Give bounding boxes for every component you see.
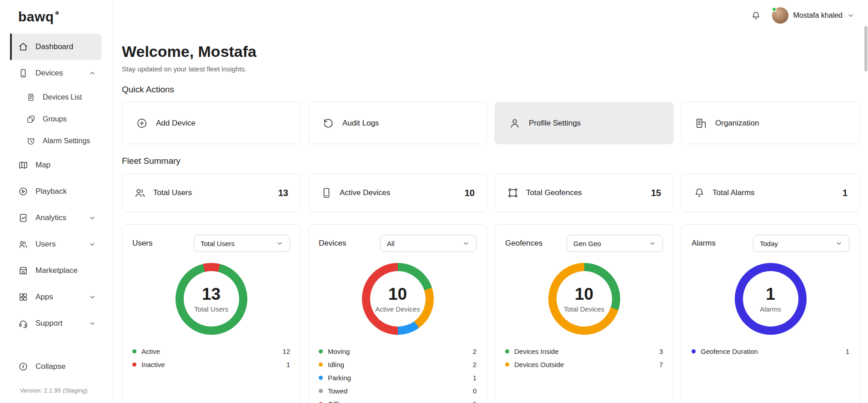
legend-item: Moving2 <box>319 345 477 358</box>
sidebar-item-label: Map <box>35 161 50 170</box>
stat-value: 10 <box>465 188 475 198</box>
geofence-icon <box>507 187 519 199</box>
chevron-down-icon <box>89 293 96 301</box>
sidebar-item-label: Analytics <box>35 213 66 222</box>
chart-title: Devices <box>319 239 346 248</box>
bell-icon <box>693 187 705 199</box>
stat-label: Active Devices <box>340 188 390 197</box>
notifications-bell-icon[interactable] <box>751 10 761 21</box>
users-icon <box>18 239 28 249</box>
legend-label: Devices Inside <box>514 348 559 355</box>
legend-dot <box>505 363 509 367</box>
avatar <box>772 7 788 24</box>
main-area: Mostafa khaled Welcome, Mostafa Stay upd… <box>114 0 868 403</box>
users-filter-dropdown[interactable]: Total Users <box>194 235 290 252</box>
donut-value: 1 <box>766 285 775 304</box>
geofences-chart-card: Geofences Gen Geo 10 Total Devices <box>495 224 673 403</box>
charts-grid: Users Total Users 13 Total Users <box>122 224 860 403</box>
legend-dot <box>319 349 323 353</box>
total-alarms-stat-card: Total Alarms 1 <box>681 173 860 212</box>
sidebar-item-label: Groups <box>43 115 66 123</box>
legend-label: Parking <box>328 374 351 382</box>
selected-option: Today <box>760 240 778 247</box>
legend-value: 7 <box>659 361 663 368</box>
sidebar-item-support[interactable]: Support <box>10 310 101 337</box>
legend-value: 2 <box>473 361 477 368</box>
selected-option: All <box>387 240 395 247</box>
sidebar: bawq Dashboard Devices <box>0 0 114 403</box>
sidebar-item-apps[interactable]: Apps <box>10 284 101 310</box>
legend-label: Moving <box>328 348 350 355</box>
alarm-clock-icon <box>26 136 35 146</box>
sidebar-item-label: Alarm Settings <box>43 137 90 145</box>
sidebar-item-playback[interactable]: Playback <box>10 178 101 205</box>
donut-label: Total Devices <box>564 305 604 313</box>
chevron-down-icon <box>835 240 843 247</box>
sidebar-item-marketplace[interactable]: Marketplace <box>10 257 101 284</box>
brand-logo[interactable]: bawq <box>0 0 113 32</box>
sidebar-item-devices[interactable]: Devices <box>10 60 101 86</box>
analytics-icon <box>18 213 28 223</box>
devices-filter-dropdown[interactable]: All <box>380 235 477 252</box>
legend-item: Offline5 <box>319 398 477 403</box>
topbar: Mostafa khaled <box>114 0 868 31</box>
sidebar-item-dashboard[interactable]: Dashboard <box>10 34 101 60</box>
organization-button[interactable]: Organization <box>681 102 860 144</box>
brand-logo-text: bawq <box>18 9 54 25</box>
geofences-donut-chart: 10 Total Devices <box>548 263 620 335</box>
legend-dot <box>132 349 136 353</box>
sidebar-item-devices-list[interactable]: Devices List <box>10 86 101 108</box>
sidebar-item-alarm-settings[interactable]: Alarm Settings <box>10 130 101 152</box>
fleet-summary-grid: Total Users 13 Active Devices 10 Total G… <box>122 173 860 212</box>
legend-item: Devices Inside3 <box>505 345 663 358</box>
active-devices-stat-card: Active Devices 10 <box>308 173 487 212</box>
legend-item: Idling2 <box>319 358 477 371</box>
stat-value: 13 <box>278 188 288 198</box>
app-version: Version: 2.1.95 (Staging) <box>0 380 113 398</box>
chevron-down-icon <box>89 241 96 248</box>
collapse-label: Collapse <box>35 362 65 371</box>
legend-value: 1 <box>286 361 290 368</box>
alarms-filter-dropdown[interactable]: Today <box>753 235 849 252</box>
quick-action-label: Add Device <box>156 119 196 128</box>
user-menu[interactable]: Mostafa khaled <box>772 7 854 24</box>
chevron-down-icon <box>462 240 470 247</box>
page-scrollbar[interactable] <box>864 0 868 403</box>
chevron-up-icon <box>89 70 96 77</box>
donut-label: Alarms <box>760 305 781 313</box>
mobile-device-icon <box>321 187 332 199</box>
chevron-down-icon <box>276 240 283 247</box>
scrollbar-thumb[interactable] <box>864 26 868 71</box>
users-chart-card: Users Total Users 13 Total Users <box>122 224 301 403</box>
stat-label: Total Alarms <box>712 188 755 197</box>
sidebar-item-label: Marketplace <box>35 266 78 275</box>
legend-label: Inactive <box>141 361 165 368</box>
legend-value: 5 <box>473 400 477 403</box>
legend-label: Towed <box>328 387 347 395</box>
profile-settings-button[interactable]: Profile Settings <box>495 102 673 144</box>
collapse-circle-icon <box>18 362 28 372</box>
legend-value: 1 <box>846 348 849 355</box>
legend-value: 1 <box>473 374 477 382</box>
donut-value: 10 <box>388 285 407 304</box>
stat-value: 1 <box>843 188 848 198</box>
donut-label: Active Devices <box>375 305 420 313</box>
audit-logs-button[interactable]: Audit Logs <box>308 102 487 144</box>
users-chart-header: Users Total Users <box>132 235 290 252</box>
chart-title: Alarms <box>692 239 716 248</box>
sidebar-item-analytics[interactable]: Analytics <box>10 205 101 231</box>
donut-value: 13 <box>202 285 221 304</box>
groups-icon <box>26 115 35 124</box>
donut-value: 10 <box>575 285 593 304</box>
legend-dot <box>319 376 323 380</box>
devices-chart-header: Devices All <box>319 235 477 252</box>
sidebar-item-map[interactable]: Map <box>10 152 101 178</box>
collapse-sidebar-button[interactable]: Collapse <box>10 353 101 380</box>
online-status-dot <box>772 7 777 12</box>
sidebar-item-users[interactable]: Users <box>10 231 101 257</box>
geofences-filter-dropdown[interactable]: Gen Geo <box>567 235 663 252</box>
total-users-stat-card: Total Users 13 <box>122 173 301 212</box>
add-device-button[interactable]: Add Device <box>122 102 301 144</box>
quick-action-label: Audit Logs <box>342 119 379 128</box>
sidebar-item-groups[interactable]: Groups <box>10 108 101 130</box>
